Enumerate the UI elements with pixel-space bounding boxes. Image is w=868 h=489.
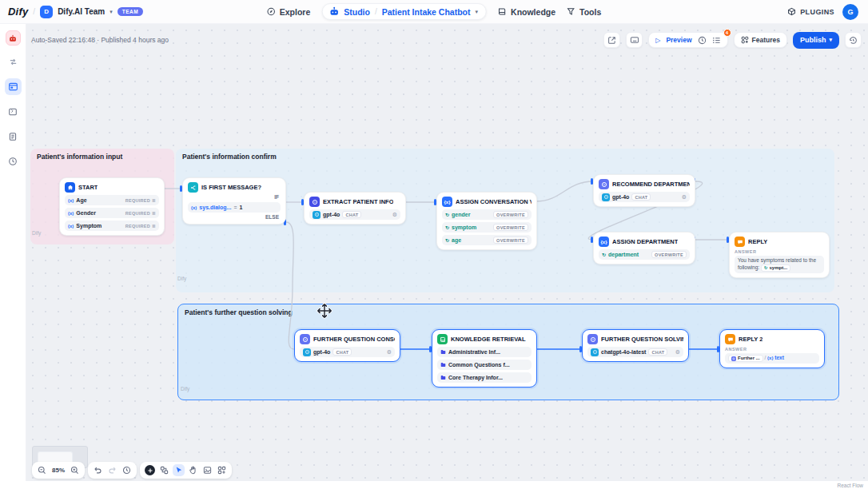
add-node-icon[interactable] [144,464,156,476]
sidebar-item-api-access[interactable] [5,103,22,120]
answer-content: You have symptoms related to the followi… [735,256,824,273]
node-further-question-solving[interactable]: FURTHER QUESTION SOLVIN chatgpt-4o-lates… [582,329,689,362]
app-switcher-icon[interactable] [5,54,22,70]
zoom-in-icon[interactable] [69,464,81,476]
node-reply-2[interactable]: REPLY 2 ANSWER Further ... / (x) text [719,329,825,368]
overwrite-badge: OVERWRITE [493,237,528,244]
nav-explore[interactable]: Explore [267,7,311,17]
node-start[interactable]: START (x) Age REQUIRED≣ (x) Gender REQUI… [59,177,165,236]
node-title: FURTHER QUESTION SOLVIN [601,336,683,343]
required-badge: REQUIRED [125,224,150,229]
dataset-row: Common Questions f... [437,360,532,370]
node-recommend-department[interactable]: RECOMMEND DEPARTMENT gpt-4o CHAT ⚙ [593,174,695,207]
sidebar-item-monitoring[interactable] [5,153,22,169]
gear-icon[interactable]: ⚙ [682,194,687,201]
dataset-name: Administrative Inf... [448,349,500,355]
dify-watermark: Dify [181,386,189,392]
group-title: Patient's information input [37,153,122,161]
redo-icon[interactable] [106,464,118,476]
preview-button[interactable]: Preview [666,36,691,44]
header-divider: / [33,7,35,16]
folder-icon [440,375,446,380]
organize-nodes-icon[interactable] [158,464,170,476]
openai-icon [313,211,321,219]
gear-icon[interactable]: ⚙ [387,349,392,356]
app-icon[interactable] [6,30,21,46]
minimap-toggle-icon[interactable] [201,464,213,476]
model-row[interactable]: chatgpt-4o-latest CHAT ⚙ [587,347,683,357]
folder-icon [440,362,446,368]
node-title: ASSIGN DEPARTMENT [612,238,678,245]
model-name: gpt-4o [612,194,629,200]
node-title: RECOMMEND DEPARTMENT [612,181,690,188]
path-separator: / [764,355,766,360]
required-badge: REQUIRED [125,211,150,216]
answer-icon [725,334,735,344]
nav-studio[interactable]: Studio [344,7,370,17]
dify-watermark: Dify [177,276,186,281]
zoom-out-icon[interactable] [36,464,48,476]
gear-icon[interactable]: ⚙ [392,212,397,218]
canvas-controls: 85% [32,462,232,479]
node-assign-department[interactable]: {x} ASSIGN DEPARTMENT ↻ department OVERW… [593,232,695,264]
group-title: Patient's further question solving [185,308,293,316]
team-name[interactable]: Dify.AI Team [58,7,105,16]
sidebar-item-orchestrate[interactable] [5,78,22,95]
model-row[interactable]: gpt-4o CHAT ⚙ [599,192,690,202]
workflow-canvas[interactable]: Patient's information input Dify Patient… [26,24,868,481]
llm-icon [587,334,598,344]
dataset-name: Common Questions f... [448,362,510,368]
node-further-question-consolidation[interactable]: FURTHER QUESTION CONSO gpt-4o CHAT ⚙ [294,329,400,362]
team-plan-badge: TEAM [117,7,143,16]
model-row[interactable]: gpt-4o CHAT ⚙ [300,347,395,357]
dataset-name: Core Therapy Infor... [448,375,503,380]
shortcuts-button[interactable] [626,32,643,48]
export-image-button[interactable] [603,32,620,48]
hand-mode-icon[interactable] [187,464,199,476]
node-extract-patient-info[interactable]: EXTRACT PATIENT INFO gpt-4o CHAT ⚙ [304,192,406,225]
version-history-button[interactable] [845,32,862,48]
node-title: FURTHER QUESTION CONSO [313,336,395,343]
plugins-button[interactable]: PLUGINS [787,7,834,16]
node-ref-icon: ↻ [764,265,768,271]
assign-icon: ↻ [445,212,449,217]
studio-breadcrumb-pill: Studio / Patient Intake Chatbot ▾ [321,3,487,20]
assign-icon: ↻ [445,225,449,230]
pointer-mode-icon[interactable] [173,464,185,476]
features-button[interactable]: Features [734,32,787,48]
sidebar-item-logs[interactable] [5,128,22,145]
change-history-icon[interactable] [121,464,133,476]
node-assign-conversation-variables[interactable]: {x} ASSIGN CONVERSATION VA ↻ gender OVER… [436,192,537,250]
checklist-icon[interactable] [712,36,721,45]
variable-icon: (x) [767,356,773,360]
nav-knowledge[interactable]: Knowledge [498,7,555,17]
openai-icon [591,348,599,356]
run-history-icon[interactable] [698,36,707,45]
answer-label: ANSWER [725,347,819,352]
node-reply[interactable]: REPLY ANSWER You have symptoms related t… [729,232,830,278]
field-name: Gender [76,210,96,216]
team-chevron-down-icon[interactable]: ▾ [109,9,113,15]
llm-icon [309,197,320,207]
app-chevron-down-icon[interactable]: ▾ [476,9,479,15]
menu-icon: ≣ [152,198,156,203]
breadcrumb-app-name[interactable]: Patient Intake Chatbot [382,7,471,17]
branch-icon [188,182,198,193]
menu-icon: ≣ [152,211,156,216]
variable-name: symptom [452,225,476,230]
layout-icon[interactable] [216,464,228,476]
team-avatar[interactable]: D [40,6,53,18]
node-knowledge-retrieval[interactable]: KNOWLEDGE RETRIEVAL Administrative Inf..… [432,329,537,388]
node-if-else[interactable]: IS FIRST MESSAGE? IF (x) sys.dialog... =… [182,177,286,225]
publish-button[interactable]: Publish ▾ [793,32,839,49]
bottom-strip: React Flow [0,481,868,489]
answer-content: Further ... / (x) text [725,353,819,364]
start-field-symptom: (x) Symptom REQUIRED≣ [65,221,159,231]
gear-icon[interactable]: ⚙ [675,349,680,356]
user-avatar[interactable]: G [842,4,858,20]
undo-icon[interactable] [92,464,104,476]
zoom-level[interactable]: 85% [50,467,66,474]
condition-operator: = [233,205,237,210]
nav-tools[interactable]: Tools [567,7,601,17]
model-row[interactable]: gpt-4o CHAT ⚙ [309,209,400,220]
